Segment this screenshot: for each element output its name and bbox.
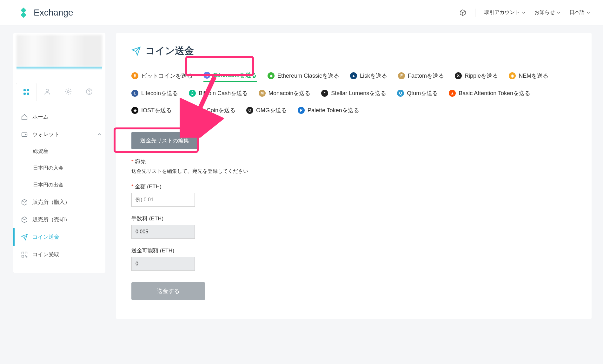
dest-label: 宛先: [135, 159, 146, 165]
fct-icon: F: [398, 72, 405, 79]
svg-point-10: [89, 93, 89, 94]
logo-text: Exchange: [34, 8, 73, 18]
coin-tab-xlm[interactable]: *Stellar Lumensを送る: [321, 89, 386, 99]
edit-destination-list-button[interactable]: 送金先リストの編集: [131, 132, 198, 149]
svg-rect-15: [22, 255, 24, 257]
nav-jpy-deposit[interactable]: 日本円の入金: [13, 160, 105, 177]
nav-home[interactable]: ホーム: [13, 108, 105, 126]
nav-coin-receive[interactable]: コイン受取: [13, 246, 105, 263]
btc-icon: ₿: [131, 72, 138, 79]
send-icon: [131, 46, 141, 56]
ltc-icon: Ł: [131, 90, 138, 97]
coin-tab-enj[interactable]: EEnjin Coinを送る: [182, 107, 235, 116]
nav-label: ホーム: [32, 113, 49, 120]
coin-tab-xem[interactable]: ◉NEMを送る: [509, 71, 548, 82]
amount-label: 金額 (ETH): [135, 184, 162, 190]
coin-tab-label: Factomを送る: [408, 72, 444, 80]
fee-value: [131, 225, 195, 239]
coin-tab-label: Bitcoin Cashを送る: [199, 89, 248, 97]
coin-tab-eth[interactable]: ◆Ethereumを送る: [203, 71, 257, 82]
xlm-icon: *: [321, 90, 328, 97]
nav-coin-send[interactable]: コイン送金: [13, 228, 105, 246]
account-menu-label: 取引アカウント: [484, 9, 520, 16]
nav-wallet[interactable]: ウォレット: [13, 126, 105, 143]
tab-help[interactable]: [79, 82, 100, 101]
ticker-widget: [17, 35, 102, 67]
required-mark: *: [131, 159, 134, 165]
chevron-down-icon: [522, 11, 526, 15]
coin-tab-fct[interactable]: FFactomを送る: [398, 71, 444, 82]
coin-tab-bat[interactable]: ▲Basic Attention Tokenを送る: [449, 89, 530, 99]
coin-tab-qtum[interactable]: QQtumを送る: [397, 89, 438, 99]
coin-tab-mona[interactable]: MMonacoinを送る: [259, 89, 310, 99]
coin-tab-plt[interactable]: PPalette Tokenを送る: [298, 107, 359, 116]
divider: [475, 9, 475, 17]
tab-gear[interactable]: [58, 82, 79, 101]
notice-menu[interactable]: お知らせ: [534, 9, 560, 16]
coin-tab-lsk[interactable]: ▲Liskを送る: [350, 71, 387, 82]
coin-tab-label: NEMを送る: [519, 72, 548, 80]
nav-total-assets[interactable]: 総資産: [13, 143, 105, 160]
coin-tab-btc[interactable]: ₿ビットコインを送る: [131, 71, 193, 82]
cube-icon[interactable]: [459, 9, 466, 16]
coin-tab-label: Qtumを送る: [407, 89, 438, 97]
svg-point-7: [46, 89, 49, 92]
account-menu[interactable]: 取引アカウント: [484, 9, 526, 16]
logo-icon: [18, 7, 29, 18]
tab-grid[interactable]: [16, 83, 37, 101]
field-amount: *金額 (ETH): [131, 183, 576, 207]
coin-tab-label: Enjin Coinを送る: [192, 107, 235, 114]
lang-menu[interactable]: 日本語: [569, 9, 590, 16]
bch-icon: ₿: [189, 90, 196, 97]
nav-label: コイン受取: [32, 251, 59, 258]
coin-tab-ltc[interactable]: ŁLitecoinを送る: [131, 89, 178, 99]
svg-rect-3: [23, 89, 26, 91]
nav-label: 販売所（購入）: [32, 198, 70, 206]
svg-point-8: [67, 91, 69, 93]
nav-label: コイン送金: [32, 233, 59, 241]
plt-icon: P: [298, 107, 305, 114]
wallet-icon: [21, 131, 28, 138]
send-icon: [21, 234, 28, 241]
coin-tab-etc[interactable]: ◆Ethereum Classicを送る: [268, 71, 339, 82]
svg-rect-4: [27, 89, 29, 91]
qr-icon: [21, 251, 28, 258]
nav-label: 販売所（売却）: [32, 216, 70, 223]
coin-tab-omg[interactable]: OOMGを送る: [246, 107, 287, 116]
sidebar-tabs: [13, 82, 105, 101]
field-available: 送金可能額 (ETH): [131, 247, 576, 271]
box-icon: [21, 199, 28, 206]
main-panel: コイン送金 ₿ビットコインを送る◆Ethereumを送る◆Ethereum Cl…: [116, 33, 592, 319]
nav-buy[interactable]: 販売所（購入）: [13, 193, 105, 211]
xrp-icon: ✕: [455, 72, 462, 79]
chevron-up-icon: [96, 131, 103, 138]
nav-jpy-withdraw[interactable]: 日本円の出金: [13, 177, 105, 193]
tab-user[interactable]: [37, 82, 58, 101]
iost-icon: ◆: [131, 107, 138, 114]
svg-rect-16: [25, 255, 26, 256]
submit-send-button[interactable]: 送金する: [131, 282, 205, 300]
field-fee: 手数料 (ETH): [131, 215, 576, 239]
amount-input[interactable]: [131, 193, 195, 207]
dest-hint: 送金先リストを編集して、宛先を登録してください: [131, 168, 576, 175]
notice-menu-label: お知らせ: [534, 9, 555, 16]
logo[interactable]: Exchange: [18, 7, 73, 18]
coin-tab-label: Stellar Lumensを送る: [331, 89, 386, 97]
nav-sell[interactable]: 販売所（売却）: [13, 211, 105, 228]
svg-rect-17: [26, 256, 27, 257]
edit-list-wrap: 送金先リストの編集: [131, 132, 198, 149]
coin-tab-label: Litecoinを送る: [141, 89, 178, 97]
coin-tab-bch[interactable]: ₿Bitcoin Cashを送る: [189, 89, 248, 99]
enj-icon: E: [182, 107, 189, 114]
field-destination: *宛先 送金先リストを編集して、宛先を登録してください: [131, 158, 576, 175]
svg-point-12: [25, 134, 26, 135]
chevron-down-icon: [586, 11, 590, 15]
nav-label: 日本円の入金: [33, 165, 63, 172]
nav-label: 総資産: [33, 148, 48, 155]
coin-tab-label: Rippleを送る: [465, 72, 498, 80]
svg-rect-13: [22, 252, 24, 254]
available-value: [131, 257, 195, 271]
available-label: 送金可能額 (ETH): [131, 247, 576, 254]
coin-tab-xrp[interactable]: ✕Rippleを送る: [455, 71, 498, 82]
coin-tab-iost[interactable]: ◆IOSTを送る: [131, 107, 172, 116]
